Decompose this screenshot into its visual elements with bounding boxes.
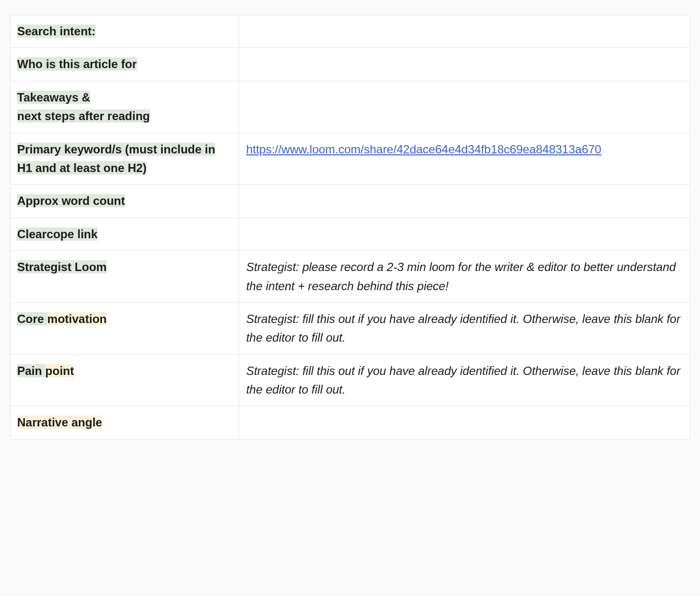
content-brief-table: Search intent: Who is this article for T… [10,15,690,440]
value-audience [239,48,690,81]
label-text-part1: Pain [17,364,45,377]
table-row: Takeaways & next steps after reading [10,81,690,133]
label-text: Approx word count [17,194,125,207]
label-text-line1: Takeaways & [17,91,90,104]
label-text-line2: next steps after reading [17,109,150,123]
value-word-count [239,185,690,218]
label-text: Search intent: [17,25,96,38]
label-strategist-loom: Strategist Loom [10,251,239,303]
label-search-intent: Search intent: [10,15,239,48]
label-text-part2: point [45,364,74,377]
label-takeaways: Takeaways & next steps after reading [10,81,239,133]
value-core-motivation: Strategist: fill this out if you have al… [239,302,690,354]
label-audience: Who is this article for [10,48,239,81]
table-row: Core motivation Strategist: fill this ou… [10,302,690,354]
label-clearcope: Clearcope link [10,218,239,250]
label-pain-point: Pain point [10,354,239,406]
label-primary-keyword: Primary keyword/s (must include in H1 an… [10,133,239,185]
value-clearcope [239,218,690,250]
label-text-part1: Core [17,312,47,325]
label-text-part2: motivation [47,312,106,325]
label-word-count: Approx word count [10,185,239,218]
value-strategist-loom: Strategist: please record a 2-3 min loom… [239,251,690,303]
value-narrative-angle [239,406,690,439]
label-text: Who is this article for [17,57,137,71]
value-takeaways [239,81,690,133]
label-text: Narrative angle [17,416,102,429]
table-row: Approx word count [10,185,690,218]
label-text: Strategist Loom [17,260,107,273]
value-primary-keyword: https://www.loom.com/share/42dace64e4d34… [239,133,690,185]
value-pain-point: Strategist: fill this out if you have al… [239,354,690,406]
label-core-motivation: Core motivation [10,302,239,354]
table-row: Narrative angle [10,406,690,439]
table-row: Clearcope link [10,218,690,250]
label-text: Primary keyword/s (must include in H1 an… [17,143,215,174]
label-text: Clearcope link [17,227,98,241]
table-row: Strategist Loom Strategist: please recor… [10,251,690,303]
table-row: Primary keyword/s (must include in H1 an… [10,133,690,185]
value-search-intent [239,15,690,48]
label-narrative-angle: Narrative angle [10,406,239,439]
table-row: Who is this article for [10,48,690,81]
table-row: Pain point Strategist: fill this out if … [10,354,690,406]
loom-link[interactable]: https://www.loom.com/share/42dace64e4d34… [246,143,601,156]
table-row: Search intent: [10,15,690,48]
